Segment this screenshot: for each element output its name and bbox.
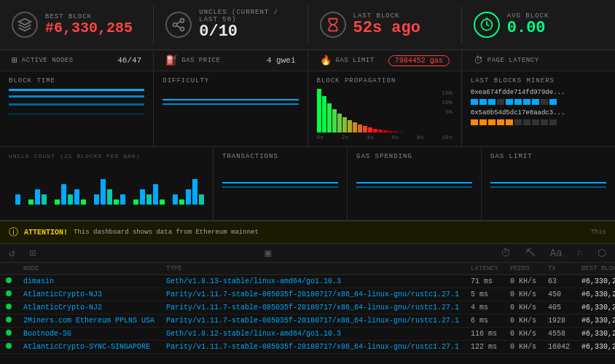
gas-limit-chart-title: GAS LIMIT: [490, 153, 606, 160]
best-block-value: #6,330,285: [45, 20, 133, 36]
col-indicator: [0, 263, 17, 275]
gas-spending-title: GAS SPENDING: [356, 153, 472, 160]
row-latency: 4 ms: [465, 301, 504, 314]
propagation-chart: 15% 10% 5%: [317, 89, 453, 132]
table-row[interactable]: Bootnode-SG Geth/v1.8.12-stable/linux-am…: [0, 328, 615, 341]
text-control-icon[interactable]: Aa: [550, 248, 563, 259]
transactions-title: TRANSACTIONS: [222, 153, 338, 160]
refresh-control-icon[interactable]: ↺: [9, 247, 15, 259]
block-propagation-panel: BLOCK PROPAGATION: [308, 71, 462, 146]
uncles-value: 0/10: [199, 23, 295, 41]
row-type: Parity/v1.11.7-stable-085035f-20180717/x…: [160, 341, 465, 354]
row-block: #6,330,285: [576, 341, 615, 354]
flag-control-icon[interactable]: ⚐: [577, 247, 583, 259]
table-row[interactable]: 2Miners.com Ethereum PPLNS USA Parity/v1…: [0, 314, 615, 328]
table-row[interactable]: dimasin Geth/v1.8.13-stable/linux-amd64/…: [0, 275, 615, 288]
page-latency-label: PAGE LATENCY: [487, 57, 539, 64]
uncle-bars: [9, 165, 204, 205]
uncles-stat: UNCLES (CURRENT / LAST 50) 0/10: [154, 6, 308, 44]
row-latency: 116 ms: [465, 328, 504, 341]
clock-icon: ⏱: [474, 55, 483, 66]
row-latency: 5 ms: [465, 288, 504, 301]
row-peers: 0 KH/s: [504, 275, 542, 288]
panels-row-2: UNCLE COUNT (25 BLOCKS PER BAR): [0, 147, 615, 221]
last-block-value: 52s ago: [353, 20, 420, 37]
uncle-count-panel: UNCLE COUNT (25 BLOCKS PER BAR): [0, 147, 214, 220]
monitor-control-icon[interactable]: ⊡: [29, 247, 35, 259]
svg-point-1: [173, 23, 177, 27]
row-type: Geth/v1.8.13-stable/linux-amd64/go1.10.3: [160, 275, 465, 288]
col-node: NODE: [17, 263, 160, 275]
svg-line-3: [176, 25, 181, 28]
row-peers: 0 KH/s: [504, 314, 542, 328]
row-latency: 122 ms: [465, 341, 504, 354]
box-control-icon[interactable]: ⬡: [598, 247, 606, 259]
flame-icon: 🔥: [320, 55, 332, 66]
row-name: AtlanticCrypto-SYNC-SINGAPORE: [17, 341, 160, 354]
table-row[interactable]: AtlanticCrypto-NJ3 Parity/v1.11.7-stable…: [0, 288, 615, 301]
avg-block-stat: AVG BLOCK 0.00: [462, 6, 615, 44]
nodes-table: NODE TYPE LATENCY PEERS TX BEST BLOCK DI…: [0, 263, 615, 354]
propagation-x-labels: 0s 2s 4s 6s 8s 10s: [317, 134, 453, 141]
row-indicator: [0, 301, 17, 314]
col-tx: TX: [542, 263, 576, 275]
cube-icon: [12, 12, 38, 38]
row-peers: 0 KH/s: [504, 301, 542, 314]
transactions-panel: TRANSACTIONS: [214, 147, 348, 220]
row-tx: 16042: [542, 341, 576, 354]
miner-2: 0x5a0b54d5dc17e0aadc3...: [471, 109, 606, 125]
col-latency: LATENCY: [465, 263, 504, 275]
top-bar: BEST BLOCK #6,330,285 UNCLES (CURRENT / …: [0, 0, 615, 50]
miner-2-address: 0x5a0b54d5dc17e0aadc3...: [471, 109, 565, 116]
row-tx: 1928: [542, 314, 576, 328]
pick-control-icon[interactable]: ⛏: [525, 248, 536, 259]
attention-bar: ⓘ ATTENTION! This dashboard shows data f…: [0, 221, 615, 244]
table-row[interactable]: AtlanticCrypto-NJ2 Parity/v1.11.7-stable…: [0, 301, 615, 314]
row-name: dimasin: [17, 275, 160, 288]
row-name: Bootnode-SG: [17, 328, 160, 341]
row-block: #6,330,285: [576, 328, 615, 341]
history-control-icon[interactable]: ⏱: [501, 248, 511, 259]
gas-limit-chart-panel: GAS LIMIT: [482, 147, 615, 220]
best-block-stat: BEST BLOCK #6,330,285: [0, 6, 154, 44]
row-tx: 63: [542, 275, 576, 288]
attention-this: This: [590, 229, 606, 236]
share-icon: [165, 12, 192, 38]
row-indicator: [0, 275, 17, 288]
active-nodes-value: 46/47: [117, 56, 141, 65]
gas-pump-icon: ⛽: [165, 55, 177, 66]
propagation-right-labels: 15% 10% 5%: [442, 89, 452, 116]
gas-spending-panel: GAS SPENDING: [348, 147, 482, 220]
page-latency-item: ⏱ PAGE LATENCY: [462, 51, 615, 71]
row-block: #6,330,285: [576, 301, 615, 314]
hourglass-icon: [320, 12, 346, 38]
gas-price-value: 4 gwei: [267, 56, 296, 65]
row-indicator: [0, 288, 17, 301]
row-tx: 4558: [542, 328, 576, 341]
row-indicator: [0, 314, 17, 328]
row-indicator: [0, 341, 17, 354]
row-type: Parity/v1.11.7-stable-085035f-20180717/x…: [160, 288, 465, 301]
svg-point-2: [181, 27, 184, 31]
row-type: Parity/v1.11.7-stable-085035f-20180717/x…: [160, 314, 465, 328]
gas-limit-label: GAS LIMIT: [336, 57, 375, 64]
hdd-control-icon[interactable]: ▣: [265, 247, 271, 259]
col-type: TYPE: [160, 263, 465, 275]
row-tx: 405: [542, 301, 576, 314]
table-row[interactable]: AtlanticCrypto-SYNC-SINGAPORE Parity/v1.…: [0, 341, 615, 354]
svg-line-4: [176, 22, 181, 24]
row-block: #6,330,285: [576, 288, 615, 301]
difficulty-title: DIFFICULTY: [162, 77, 298, 84]
uncle-count-title: UNCLE COUNT (25 BLOCKS PER BAR): [9, 153, 204, 160]
col-peers: PEERS: [504, 263, 542, 275]
uncles-label: UNCLES (CURRENT / LAST 50): [199, 9, 295, 23]
row-name: AtlanticCrypto-NJ3: [17, 288, 160, 301]
last-blocks-miners-panel: LAST BLOCKS MINERS 0xea674fdde714fd979de…: [462, 71, 615, 146]
row-peers: 0 KH/s: [504, 288, 542, 301]
row-type: Geth/v1.8.12-stable/linux-amd64/go1.10.3: [160, 328, 465, 341]
timer-icon: [474, 12, 500, 38]
svg-point-0: [181, 19, 184, 23]
row-type: Parity/v1.11.7-stable-085035f-20180717/x…: [160, 301, 465, 314]
row-latency: 6 ms: [465, 314, 504, 328]
col-block: BEST BLOCK: [576, 263, 615, 275]
